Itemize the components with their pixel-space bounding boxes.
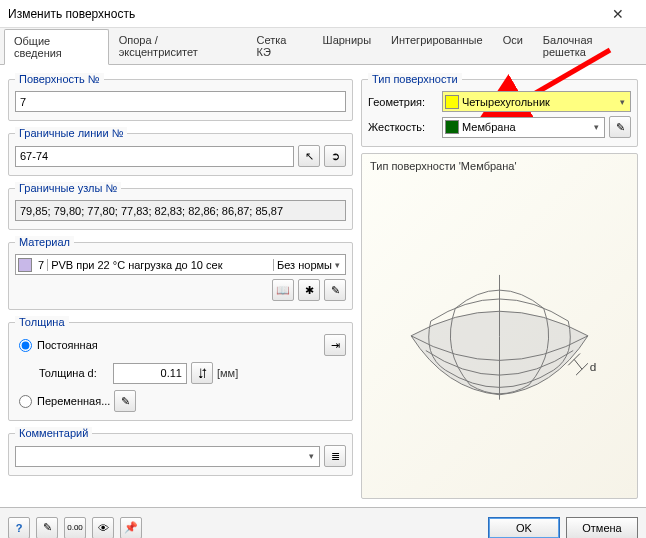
material-norm: Без нормы	[274, 259, 335, 271]
close-icon: ✕	[612, 6, 624, 22]
material-new-button[interactable]: ✱	[298, 279, 320, 301]
tab-axes[interactable]: Оси	[493, 28, 533, 64]
chevron-down-icon: ▾	[620, 97, 628, 107]
thickness-constant-input[interactable]	[19, 339, 32, 352]
thickness-d-input[interactable]	[113, 363, 187, 384]
tab-support[interactable]: Опора / эксцентриситет	[109, 28, 247, 64]
view-button[interactable]: 👁	[92, 517, 114, 539]
legend-boundary-lines: Граничные линии №	[15, 127, 127, 139]
note-button[interactable]: ✎	[36, 517, 58, 539]
calc-icon: 0.00	[67, 523, 83, 532]
comment-list-button[interactable]: ≣	[324, 445, 346, 467]
ok-button[interactable]: OK	[488, 517, 560, 539]
thickness-variable-radio[interactable]: Переменная...	[19, 395, 110, 408]
geometry-value: Четырехугольник	[462, 96, 550, 108]
geometry-combo[interactable]: Четырехугольник ▾	[442, 91, 631, 112]
pin-icon: 📌	[124, 521, 138, 534]
stiffness-label: Жесткость:	[368, 121, 438, 133]
legend-thickness: Толщина	[15, 316, 69, 328]
surface-no-input[interactable]	[15, 91, 346, 112]
legend-surface-type: Тип поверхности	[368, 73, 462, 85]
tab-bar: Общие сведения Опора / эксцентриситет Се…	[0, 28, 646, 65]
cancel-button[interactable]: Отмена	[566, 517, 638, 539]
edit-icon: ✎	[331, 284, 340, 297]
list-icon: ≣	[331, 450, 340, 463]
tab-mesh[interactable]: Сетка КЭ	[247, 28, 313, 64]
pin-button[interactable]: 📌	[120, 517, 142, 539]
material-index: 7	[35, 259, 48, 271]
group-boundary-nodes: Граничные узлы №	[8, 182, 353, 230]
pick-lines-button[interactable]: ↖	[298, 145, 320, 167]
material-name: PVB при 22 °C нагрузка до 10 сек	[48, 259, 274, 271]
svg-line-2	[576, 363, 588, 375]
edit-icon: ✎	[616, 121, 625, 134]
dialog-footer: ? ✎ 0.00 👁 📌 OK Отмена	[0, 507, 646, 538]
chevron-down-icon: ▾	[335, 260, 343, 270]
material-edit-button[interactable]: ✎	[324, 279, 346, 301]
link-lines-button[interactable]: ➲	[324, 145, 346, 167]
thickness-constant-label: Постоянная	[37, 339, 98, 351]
new-icon: ✱	[305, 284, 314, 297]
chevron-down-icon: ▾	[309, 451, 317, 461]
group-material: Материал 7 PVB при 22 °C нагрузка до 10 …	[8, 236, 353, 310]
titlebar: Изменить поверхность ✕	[0, 0, 646, 28]
thickness-constant-radio[interactable]: Постоянная	[19, 339, 98, 352]
group-surface-no: Поверхность №	[8, 73, 353, 121]
boundary-nodes-display	[15, 200, 346, 221]
note-icon: ✎	[43, 521, 52, 534]
comment-combo[interactable]: ▾	[15, 446, 320, 467]
stiffness-value: Мембрана	[462, 121, 516, 133]
help-icon: ?	[16, 522, 23, 534]
membrane-surface-icon: d	[362, 154, 637, 498]
stiffness-edit-button[interactable]: ✎	[609, 116, 631, 138]
thickness-stepper-button[interactable]: ⮃	[191, 362, 213, 384]
tab-general[interactable]: Общие сведения	[4, 29, 109, 65]
link-icon: ➲	[331, 150, 340, 163]
dots-icon: ✎	[121, 395, 130, 408]
legend-surface-no: Поверхность №	[15, 73, 104, 85]
tab-integrated[interactable]: Интегрированные	[381, 28, 493, 64]
group-comment: Комментарий ▾ ≣	[8, 427, 353, 476]
thickness-variable-label: Переменная...	[37, 395, 110, 407]
stepper-icon: ⮃	[197, 367, 208, 379]
eye-icon: 👁	[98, 522, 109, 534]
preview-caption: Тип поверхности 'Мембрана'	[370, 160, 517, 172]
thickness-d-label: Толщина d:	[39, 367, 109, 379]
pick-icon: ↖	[305, 150, 314, 163]
close-button[interactable]: ✕	[598, 0, 638, 28]
export-icon: ⇥	[331, 339, 340, 352]
thickness-variable-input[interactable]	[19, 395, 32, 408]
tab-hinges[interactable]: Шарниры	[313, 28, 382, 64]
stiffness-combo[interactable]: Мембрана ▾	[442, 117, 605, 138]
geometry-swatch-icon	[445, 95, 459, 109]
group-thickness: Толщина Постоянная ⇥ Толщина d: ⮃ [мм]	[8, 316, 353, 421]
material-library-button[interactable]: 📖	[272, 279, 294, 301]
help-button[interactable]: ?	[8, 517, 30, 539]
material-swatch-icon	[18, 258, 32, 272]
legend-material: Материал	[15, 236, 74, 248]
svg-line-3	[574, 359, 582, 369]
window-title: Изменить поверхность	[8, 7, 598, 21]
group-boundary-lines: Граничные линии № ↖ ➲	[8, 127, 353, 176]
legend-boundary-nodes: Граничные узлы №	[15, 182, 121, 194]
chevron-down-icon: ▾	[594, 122, 602, 132]
group-surface-type: Тип поверхности Геометрия: Четырехугольн…	[361, 73, 638, 147]
surface-preview: Тип поверхности 'Мембрана'	[361, 153, 638, 499]
geometry-label: Геометрия:	[368, 96, 438, 108]
thickness-d-unit: [мм]	[217, 367, 238, 379]
book-icon: 📖	[276, 284, 290, 297]
boundary-lines-input[interactable]	[15, 146, 294, 167]
legend-comment: Комментарий	[15, 427, 92, 439]
units-button[interactable]: 0.00	[64, 517, 86, 539]
tab-beam-grid[interactable]: Балочная решетка	[533, 28, 646, 64]
material-combo[interactable]: 7 PVB при 22 °C нагрузка до 10 сек Без н…	[15, 254, 346, 275]
stiffness-swatch-icon	[445, 120, 459, 134]
thickness-variable-edit-button[interactable]: ✎	[114, 390, 136, 412]
thickness-export-button[interactable]: ⇥	[324, 334, 346, 356]
preview-annotation: d	[590, 360, 597, 373]
